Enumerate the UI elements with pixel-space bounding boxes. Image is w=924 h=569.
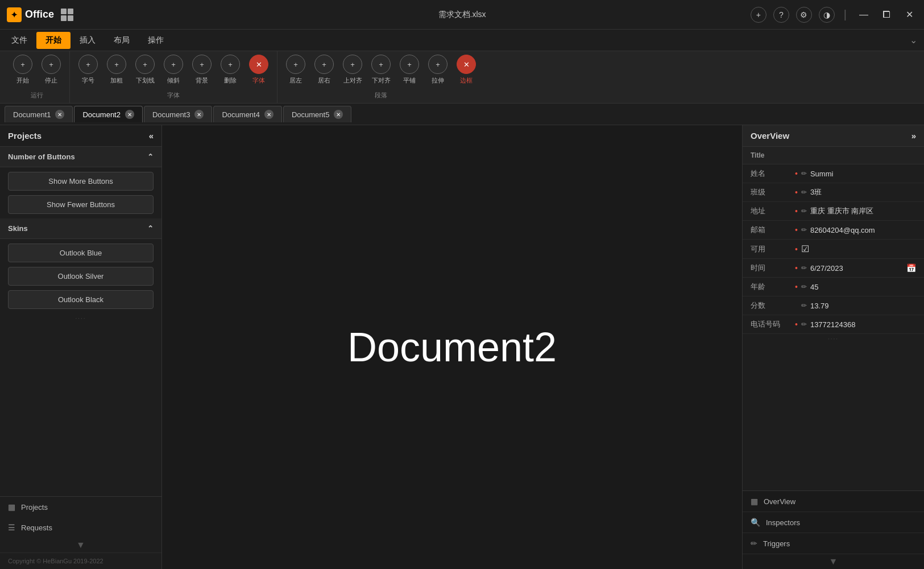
triggers-tab-icon: ✏ <box>751 539 757 548</box>
field-label-address: 地址 <box>751 206 792 216</box>
settings-button[interactable]: ⚙ <box>796 7 812 23</box>
menu-item-ops[interactable]: 操作 <box>139 32 173 49</box>
ribbon-btn-border[interactable]: ✕ 边框 <box>454 55 479 85</box>
panel-tab-overview[interactable]: ▦ OverView <box>743 491 924 512</box>
tab-document4[interactable]: Document4 ✕ <box>213 106 281 122</box>
ribbon-btn-bold[interactable]: + 加粗 <box>104 55 129 85</box>
minimize-button[interactable]: — <box>856 7 872 23</box>
title-bar: ✦ Office 需求文档.xlsx + ? ⚙ ◑ | — ⧠ ✕ <box>0 0 924 30</box>
section-number-of-buttons-header[interactable]: Number of Buttons ⌃ <box>0 147 161 167</box>
field-value-time[interactable]: 6/27/2023 <box>810 264 903 273</box>
tab-document5[interactable]: Document5 ✕ <box>283 106 351 122</box>
field-edit-time-icon[interactable]: ✏ <box>801 264 807 272</box>
menu-item-layout[interactable]: 布局 <box>105 32 139 49</box>
overview-fields-scroll: 姓名 • ✏ Summi 班级 • ✏ 3班 地址 • ✏ 重庆 重庆市 <box>743 164 924 490</box>
ribbon-btn-align-top[interactable]: + 上对齐 <box>340 55 365 85</box>
field-edit-name-icon[interactable]: ✏ <box>801 170 807 178</box>
ribbon-btn-font-color[interactable]: ✕ 字体 <box>246 55 271 85</box>
ribbon-run-buttons: + 开始 + 停止 <box>10 55 64 85</box>
field-value-email[interactable]: 82604204@qq.com <box>810 226 916 234</box>
field-required-time: • <box>795 263 798 273</box>
field-value-name[interactable]: Summi <box>810 170 916 178</box>
content-area: Document2 <box>162 125 742 569</box>
field-value-address[interactable]: 重庆 重庆市 南岸区 <box>810 206 916 216</box>
show-fewer-buttons-btn[interactable]: Show Fewer Buttons <box>8 195 154 214</box>
overview-title-label: Title <box>751 151 764 159</box>
sidebar: Projects « Number of Buttons ⌃ Show More… <box>0 125 162 569</box>
help-button[interactable]: ? <box>773 7 789 23</box>
field-required-class: • <box>795 188 798 197</box>
ribbon-group-paragraph: + 居左 + 居右 + 上对齐 + 下对齐 + 平铺 + 拉伸 <box>277 51 484 103</box>
tab-document4-close[interactable]: ✕ <box>264 110 274 119</box>
ribbon-btn-stretch[interactable]: + 拉伸 <box>425 55 450 85</box>
calendar-icon[interactable]: 📅 <box>906 263 916 273</box>
maximize-button[interactable]: ⧠ <box>879 7 894 23</box>
sidebar-section-skins: Skins ⌃ Outlook Blue Outlook Silver Outl… <box>0 218 161 314</box>
ribbon-btn-underline[interactable]: + 下划线 <box>132 55 158 85</box>
ribbon-btn-align-bottom[interactable]: + 下对齐 <box>368 55 393 85</box>
tab-document3-close[interactable]: ✕ <box>194 110 204 119</box>
section-skins-header[interactable]: Skins ⌃ <box>0 218 161 239</box>
field-edit-email-icon[interactable]: ✏ <box>801 226 807 234</box>
field-edit-address-icon[interactable]: ✏ <box>801 207 807 215</box>
ribbon-btn-start[interactable]: + 开始 <box>10 55 35 85</box>
close-button[interactable]: ✕ <box>901 7 917 23</box>
field-row-age: 年龄 • ✏ 45 <box>743 278 924 296</box>
ribbon-btn-delete[interactable]: + 删除 <box>218 55 243 85</box>
menu-item-file[interactable]: 文件 <box>2 32 36 49</box>
field-value-age[interactable]: 45 <box>810 283 916 291</box>
sidebar-scroll-dots: ···· <box>0 314 161 323</box>
app-logo: ✦ Office <box>7 7 75 22</box>
tab-document3[interactable]: Document3 ✕ <box>144 106 212 122</box>
section-skins-collapse-icon: ⌃ <box>147 224 154 233</box>
panel-tab-inspectors[interactable]: 🔍 Inspectors <box>743 512 924 533</box>
sidebar-collapse-icon[interactable]: « <box>149 131 154 141</box>
menu-item-insert[interactable]: 插入 <box>71 32 105 49</box>
show-more-buttons-btn[interactable]: Show More Buttons <box>8 172 154 191</box>
ribbon-btn-bg[interactable]: + 背景 <box>189 55 214 85</box>
ribbon-btn-align-left[interactable]: + 居左 <box>283 55 308 85</box>
field-row-address: 地址 • ✏ 重庆 重庆市 南岸区 <box>743 202 924 221</box>
ribbon-font-buttons: + 字号 + 加粗 + 下划线 + 倾斜 + 背景 + 删除 <box>76 55 271 85</box>
section-number-of-buttons-label: Number of Buttons <box>8 152 75 161</box>
tab-document2-close[interactable]: ✕ <box>125 110 134 119</box>
sidebar-scroll-down-icon[interactable]: ▼ <box>76 540 85 550</box>
field-edit-score-icon[interactable]: ✏ <box>801 302 807 310</box>
field-row-phone: 电话号码 • ✏ 13772124368 <box>743 315 924 334</box>
field-row-available: 可用 • ☑ <box>743 240 924 259</box>
field-value-class[interactable]: 3班 <box>810 187 916 197</box>
tab-document2[interactable]: Document2 ✕ <box>74 106 142 122</box>
tab-document1-label: Document1 <box>13 110 51 119</box>
sidebar-item-requests[interactable]: ☰ Requests <box>0 517 161 538</box>
add-button[interactable]: + <box>751 7 766 23</box>
menu-item-start[interactable]: 开始 <box>36 32 71 49</box>
field-edit-class-icon[interactable]: ✏ <box>801 188 807 196</box>
tab-document1-close[interactable]: ✕ <box>55 110 64 119</box>
app-name: Office <box>25 9 54 20</box>
field-edit-age-icon[interactable]: ✏ <box>801 283 807 291</box>
ribbon-btn-flat[interactable]: + 平铺 <box>397 55 422 85</box>
outlook-black-btn[interactable]: Outlook Black <box>8 290 154 309</box>
field-edit-phone-icon[interactable]: ✏ <box>801 320 807 328</box>
overview-expand-icon[interactable]: » <box>911 131 916 141</box>
tab-document5-close[interactable]: ✕ <box>334 110 343 119</box>
field-value-score[interactable]: 13.79 <box>810 302 916 310</box>
outlook-blue-btn[interactable]: Outlook Blue <box>8 244 154 262</box>
palette-button[interactable]: ◑ <box>819 7 835 23</box>
right-panel-scroll-down-icon[interactable]: ▼ <box>829 556 838 566</box>
sidebar-item-projects[interactable]: ▦ Projects <box>0 497 161 517</box>
field-label-email: 邮箱 <box>751 225 792 235</box>
field-value-available[interactable]: ☑ <box>801 244 809 254</box>
ribbon-btn-font-size[interactable]: + 字号 <box>76 55 101 85</box>
ribbon-btn-stop[interactable]: + 停止 <box>39 55 64 85</box>
menu-chevron-icon[interactable]: ⌄ <box>910 35 917 46</box>
ribbon-btn-align-right[interactable]: + 居右 <box>312 55 337 85</box>
outlook-silver-btn[interactable]: Outlook Silver <box>8 267 154 286</box>
tab-document1[interactable]: Document1 ✕ <box>5 106 73 122</box>
menu-bar: 文件 开始 插入 布局 操作 ⌄ <box>0 30 924 51</box>
field-label-phone: 电话号码 <box>751 319 792 329</box>
field-required-available: • <box>795 245 798 254</box>
field-value-phone[interactable]: 13772124368 <box>810 320 916 329</box>
panel-tab-triggers[interactable]: ✏ Triggers <box>743 533 924 554</box>
ribbon-btn-italic[interactable]: + 倾斜 <box>161 55 186 85</box>
